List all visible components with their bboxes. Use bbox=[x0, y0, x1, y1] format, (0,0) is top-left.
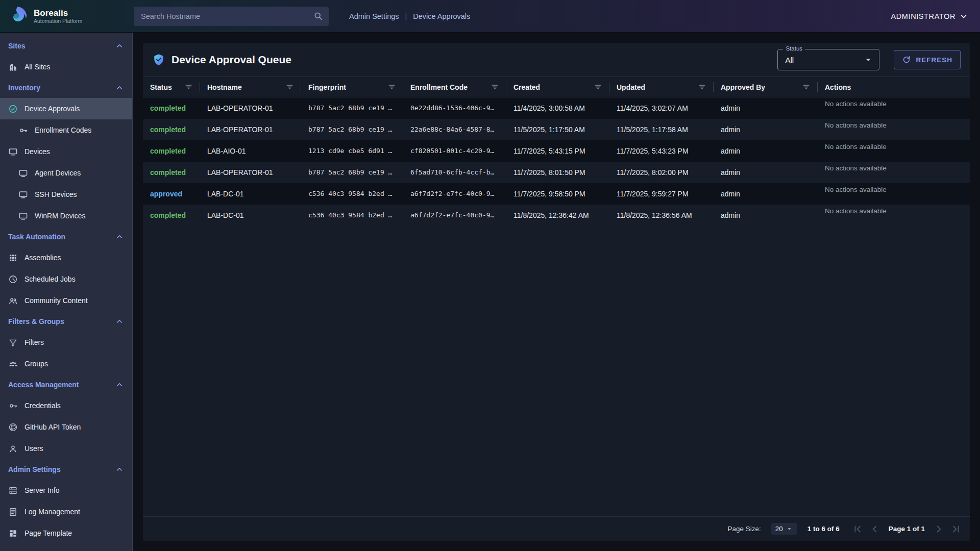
borealis-logo-icon bbox=[6, 5, 29, 28]
sidebar-item-groups[interactable]: Groups bbox=[0, 353, 132, 374]
column-header-enrollment-code: Enrollment Code bbox=[403, 77, 506, 97]
sidebar-item-label: Device Approvals bbox=[24, 105, 80, 113]
filter-list-icon[interactable] bbox=[387, 83, 396, 91]
approvals-table: Status Hostname Fingerprint Enrollment C… bbox=[143, 77, 970, 226]
updated-cell: 11/7/2025, 5:43:23 PM bbox=[609, 140, 714, 162]
created-cell: 11/5/2025, 1:17:50 AM bbox=[506, 119, 609, 140]
section-label: Admin Settings bbox=[8, 465, 61, 473]
filter-list-icon[interactable] bbox=[802, 83, 811, 91]
approved-by-cell: admin bbox=[714, 183, 818, 205]
sidebar-item-label: Enrollment Codes bbox=[35, 126, 91, 134]
fingerprint-cell: b787 5ac2 68b9 ce19 … bbox=[301, 97, 403, 119]
column-header-status: Status bbox=[143, 77, 200, 97]
chevron-up-icon bbox=[115, 317, 124, 326]
breadcrumb-separator: | bbox=[405, 12, 407, 20]
sidebar-item-community-content[interactable]: Community Content bbox=[0, 290, 132, 311]
sidebar-item-devices[interactable]: Devices bbox=[0, 141, 132, 162]
column-label: Status bbox=[150, 83, 172, 91]
actions-cell: No actions available bbox=[818, 183, 970, 205]
filter-list-icon[interactable] bbox=[594, 83, 602, 91]
sidebar-item-ssh-devices[interactable]: SSH Devices bbox=[0, 184, 132, 205]
updated-cell: 11/7/2025, 8:02:00 PM bbox=[609, 162, 714, 183]
first-page-button[interactable] bbox=[852, 523, 863, 535]
sidebar-item-server-info[interactable]: Server Info bbox=[0, 480, 132, 501]
sidebar-item-label: Credentials bbox=[24, 402, 61, 410]
actions-cell: No actions available bbox=[818, 119, 970, 140]
monitor-icon bbox=[18, 168, 28, 178]
sidebar-item-device-approvals[interactable]: Device Approvals bbox=[0, 98, 132, 119]
page-size-label: Page Size: bbox=[727, 525, 761, 533]
shield-icon bbox=[152, 53, 165, 66]
sidebar-item-assemblies[interactable]: Assemblies bbox=[0, 247, 132, 268]
created-cell: 11/4/2025, 3:00:58 AM bbox=[506, 97, 609, 119]
chevron-up-icon bbox=[115, 232, 124, 241]
main-content: Device Approval Queue Status All REFRESH bbox=[133, 33, 980, 551]
next-page-button[interactable] bbox=[933, 523, 944, 535]
user-menu[interactable]: ADMINISTRATOR bbox=[891, 11, 969, 21]
refresh-button[interactable]: REFRESH bbox=[894, 50, 961, 69]
breadcrumb-admin-settings[interactable]: Admin Settings bbox=[349, 12, 399, 20]
actions-cell: No actions available bbox=[818, 140, 970, 162]
filter-list-icon[interactable] bbox=[698, 83, 706, 91]
sidebar-item-label: SSH Devices bbox=[35, 190, 77, 198]
created-cell: 11/8/2025, 12:36:42 AM bbox=[506, 205, 609, 226]
sidebar-item-filters[interactable]: Filters bbox=[0, 332, 132, 353]
column-label: Updated bbox=[617, 83, 645, 91]
sidebar-item-all-sites[interactable]: All Sites bbox=[0, 56, 132, 78]
fingerprint-cell: 1213 cd9e cbe5 6d91 … bbox=[301, 140, 403, 162]
filter-list-icon[interactable] bbox=[491, 83, 499, 91]
search-input[interactable] bbox=[134, 7, 329, 26]
chevron-up-icon bbox=[115, 465, 124, 474]
sidebar-item-winrm-devices[interactable]: WinRM Devices bbox=[0, 205, 132, 227]
sidebar-item-label: Devices bbox=[24, 147, 50, 156]
section-header-task-automation[interactable]: Task Automation bbox=[0, 227, 132, 247]
search-icon[interactable] bbox=[313, 11, 324, 21]
table-row: completed LAB-AIO-01 1213 cd9e cbe5 6d91… bbox=[143, 140, 970, 162]
created-cell: 11/7/2025, 8:01:50 PM bbox=[506, 162, 609, 183]
sidebar-item-page-template[interactable]: Page Template bbox=[0, 522, 132, 544]
refresh-label: REFRESH bbox=[916, 56, 952, 64]
last-page-button[interactable] bbox=[950, 523, 962, 535]
sidebar-item-label: All Sites bbox=[24, 63, 51, 71]
refresh-icon bbox=[902, 55, 911, 64]
column-label: Enrollment Code bbox=[410, 83, 468, 91]
status-filter-select[interactable]: Status All bbox=[777, 49, 879, 70]
sidebar-item-label: GitHub API Token bbox=[24, 423, 81, 431]
section-header-access-management[interactable]: Access Management bbox=[0, 374, 132, 395]
monitor-icon bbox=[18, 190, 28, 199]
section-label: Inventory bbox=[8, 84, 40, 92]
status-cell: completed bbox=[143, 119, 200, 140]
section-label: Sites bbox=[8, 42, 25, 50]
sidebar-item-label: Community Content bbox=[24, 296, 88, 305]
sidebar-item-enrollment-codes[interactable]: Enrollment Codes bbox=[0, 119, 132, 141]
approved-by-cell: admin bbox=[714, 140, 818, 162]
brand: Borealis Automation Platform bbox=[0, 5, 133, 28]
sidebar-item-scheduled-jobs[interactable]: Scheduled Jobs bbox=[0, 268, 132, 290]
filter-list-icon[interactable] bbox=[285, 83, 294, 91]
github-icon bbox=[8, 422, 18, 432]
section-header-filters-groups[interactable]: Filters & Groups bbox=[0, 311, 132, 332]
page-size-select[interactable]: 20 bbox=[771, 523, 797, 535]
section-header-sites[interactable]: Sites bbox=[0, 36, 132, 56]
column-header-fingerprint: Fingerprint bbox=[301, 77, 403, 97]
column-label: Actions bbox=[825, 83, 851, 91]
previous-page-button[interactable] bbox=[869, 523, 880, 535]
breadcrumb-device-approvals[interactable]: Device Approvals bbox=[413, 12, 470, 20]
column-header-updated: Updated bbox=[609, 77, 714, 97]
column-header-hostname: Hostname bbox=[200, 77, 301, 97]
breadcrumb: Admin Settings | Device Approvals bbox=[349, 12, 470, 20]
sidebar-item-label: Agent Devices bbox=[35, 169, 81, 177]
hostname-cell: LAB-OPERATOR-01 bbox=[200, 97, 301, 119]
dropdown-arrow-icon bbox=[786, 525, 793, 533]
section-header-admin-settings[interactable]: Admin Settings bbox=[0, 459, 132, 480]
updated-cell: 11/4/2025, 3:02:07 AM bbox=[609, 97, 714, 119]
sidebar-item-github-api-token[interactable]: GitHub API Token bbox=[0, 416, 132, 438]
section-header-inventory[interactable]: Inventory bbox=[0, 78, 132, 98]
sidebar-item-credentials[interactable]: Credentials bbox=[0, 395, 132, 416]
approval-check-icon bbox=[8, 104, 18, 114]
filter-list-icon[interactable] bbox=[184, 83, 193, 91]
sidebar-item-users[interactable]: Users bbox=[0, 438, 132, 459]
sidebar-item-agent-devices[interactable]: Agent Devices bbox=[0, 162, 132, 184]
sidebar-item-log-management[interactable]: Log Management bbox=[0, 501, 132, 522]
chevron-down-icon bbox=[959, 11, 969, 21]
